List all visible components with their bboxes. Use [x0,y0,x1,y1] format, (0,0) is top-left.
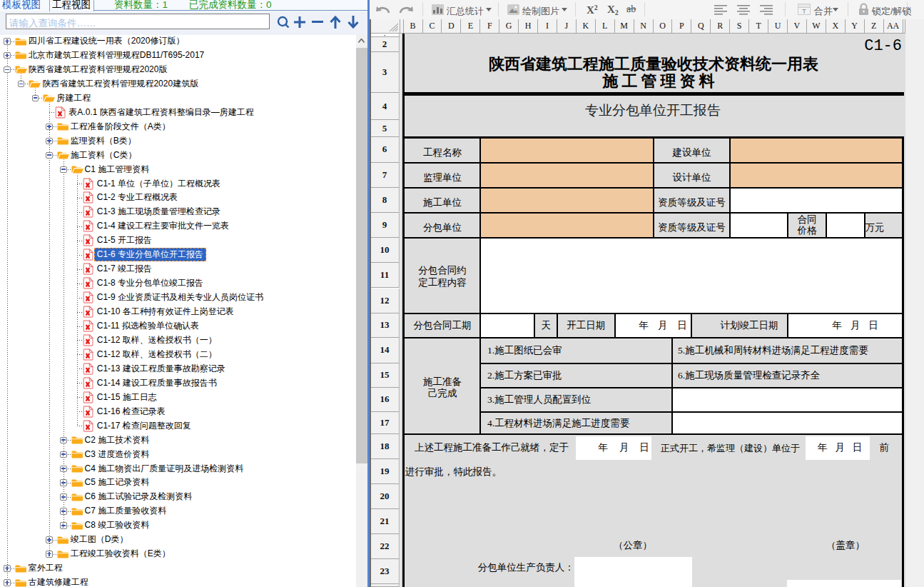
svg-text:T: T [802,8,806,15]
